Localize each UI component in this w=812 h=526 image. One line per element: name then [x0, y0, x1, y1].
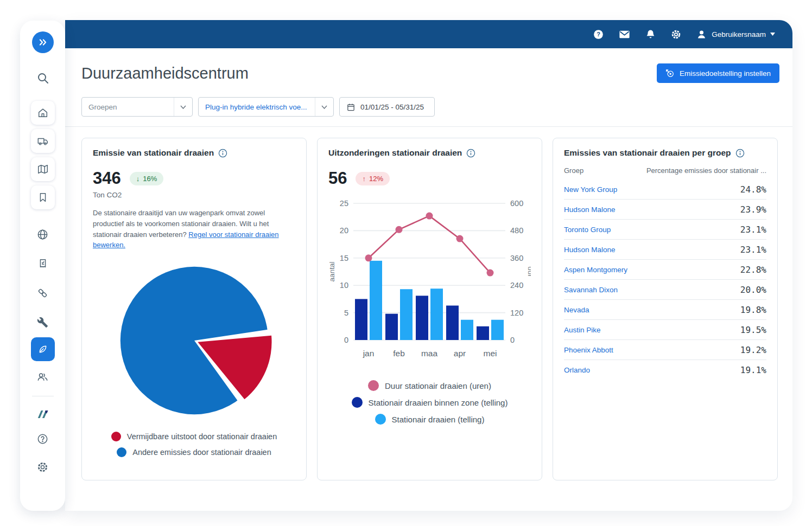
bar: [430, 288, 443, 340]
bar: [461, 320, 473, 340]
groups-select[interactable]: Groepen: [81, 97, 193, 117]
group-percentage: 22.8%: [740, 265, 766, 275]
group-link[interactable]: Aspen Montgomery: [564, 266, 627, 274]
topbar-user-menu[interactable]: Gebruikersnaam: [696, 29, 775, 40]
card-title: Emissies van stationair draaien per groe…: [564, 148, 731, 158]
sidebar-item-assets[interactable]: [31, 282, 55, 304]
exceptions-delta-badge: ↑12%: [356, 172, 390, 185]
table-row: Savannah Dixon20.0%: [564, 280, 766, 300]
table-row: Nevada19.8%: [564, 300, 766, 320]
sidebar-item-sustainability[interactable]: [31, 337, 55, 361]
group-link[interactable]: Orlando: [564, 366, 590, 374]
sidebar-item-drivers[interactable]: [31, 365, 55, 387]
svg-text:240: 240: [510, 281, 523, 290]
line-point: [396, 226, 403, 233]
card-title: Emissie van stationair draaien: [93, 148, 214, 158]
bar: [491, 320, 504, 340]
emission-delta-badge: ↓16%: [130, 172, 164, 185]
svg-text:25: 25: [340, 199, 348, 208]
arrow-up-icon: ↑: [362, 175, 366, 183]
group-link[interactable]: New York Group: [564, 185, 617, 194]
app-window: ? Gebruikersnaam Duurzaamheidscentrum: [65, 20, 792, 511]
group-link[interactable]: Savannah Dixon: [564, 286, 618, 294]
vehicle-type-select-value: Plug-in hybride elektrisch voe...: [199, 103, 314, 111]
topbar-notifications-button[interactable]: [645, 29, 656, 40]
table-row: Hudson Malone23.1%: [564, 240, 766, 260]
sidebar-item-bookmarks[interactable]: [31, 185, 55, 209]
info-icon[interactable]: [735, 149, 745, 158]
table-row: Toronto Group23.1%: [564, 220, 766, 240]
table-row: Phoenix Abbott19.2%: [564, 340, 766, 360]
topbar-settings-button[interactable]: [670, 29, 682, 40]
group-percentage: 19.1%: [740, 365, 766, 375]
group-link[interactable]: Hudson Malone: [564, 246, 616, 254]
sidebar-item-vehicles[interactable]: [31, 129, 55, 153]
wrench-icon: [37, 317, 48, 328]
sidebar-item-home[interactable]: [31, 101, 55, 125]
group-percentage: 20.0%: [740, 285, 766, 295]
gear-icon: [670, 29, 682, 40]
help-button[interactable]: [31, 428, 55, 450]
search-button[interactable]: [31, 67, 55, 89]
table-row: Hudson Malone23.9%: [564, 200, 766, 220]
table-header: Groep Percentage emissies door stationai…: [564, 166, 766, 179]
target-icon: [665, 69, 675, 78]
topbar-mail-button[interactable]: [618, 28, 631, 41]
sidebar-item-network[interactable]: [31, 223, 55, 245]
exceptions-value: 56: [328, 169, 347, 188]
sidebar: [20, 21, 65, 511]
group-link[interactable]: Nevada: [564, 306, 589, 314]
mail-icon: [618, 28, 631, 41]
emission-description: De stationaire draaitijd van uw wagenpar…: [93, 208, 295, 251]
truck-icon: [37, 135, 49, 147]
line-point: [426, 213, 433, 220]
info-icon[interactable]: [466, 149, 475, 158]
vehicle-type-select[interactable]: Plug-in hybride elektrisch voe...: [198, 97, 334, 117]
group-link[interactable]: Austin Pike: [564, 326, 601, 334]
legend-item: Vermijdbare uitstoot door stationair dra…: [93, 432, 295, 441]
table-row: Austin Pike19.5%: [564, 320, 766, 340]
group-percentage: 23.9%: [740, 204, 766, 215]
group-link[interactable]: Phoenix Abbott: [564, 346, 613, 354]
line-point: [365, 254, 372, 261]
topbar-help-button[interactable]: ?: [593, 29, 604, 40]
group-link[interactable]: Hudson Malone: [564, 206, 616, 214]
svg-text:0: 0: [344, 336, 348, 344]
table-row: Orlando19.1%: [564, 360, 766, 380]
expand-sidebar-button[interactable]: [32, 31, 54, 53]
bar: [385, 314, 398, 340]
group-percentage: 19.8%: [740, 305, 766, 315]
sidebar-item-map[interactable]: [31, 157, 55, 181]
card-title: Uitzonderingen stationair draaien: [328, 148, 462, 158]
bell-icon: [645, 29, 656, 40]
legend-dot-lightblue: [375, 414, 386, 425]
svg-text:120: 120: [510, 309, 523, 317]
samsara-logo-icon: [36, 407, 50, 421]
group-link[interactable]: Toronto Group: [564, 226, 611, 234]
sidebar-item-reports[interactable]: [31, 253, 55, 274]
emission-value: 346: [93, 169, 121, 188]
svg-text:maa: maa: [421, 349, 438, 358]
group-percentage: 23.1%: [740, 224, 766, 235]
pie-legend: Vermijdbare uitstoot door stationair dra…: [93, 432, 295, 457]
svg-text:0: 0: [510, 336, 515, 344]
samsara-logo: [36, 407, 50, 421]
users-icon: [36, 370, 49, 383]
svg-text:20: 20: [340, 226, 348, 235]
arrow-down-icon: ↓: [136, 175, 140, 183]
sidebar-item-maintenance[interactable]: [31, 311, 55, 333]
date-range-picker[interactable]: 01/01/25 - 05/31/25: [339, 97, 435, 117]
idling-exceptions-card: Uitzonderingen stationair draaien 56 ↑12…: [317, 138, 542, 480]
info-icon[interactable]: [218, 149, 227, 158]
settings-button[interactable]: [31, 456, 55, 478]
svg-text:480: 480: [510, 226, 523, 235]
bar: [477, 326, 489, 340]
group-percentage: 19.5%: [740, 325, 766, 335]
bar: [416, 296, 428, 340]
emission-unit: Ton CO2: [93, 191, 295, 199]
svg-text:5: 5: [344, 309, 348, 317]
gear-icon: [36, 461, 49, 473]
chevron-down-icon: [174, 98, 192, 116]
set-emission-goal-button[interactable]: Emissiedoelstelling instellen: [657, 63, 779, 83]
search-icon: [36, 72, 49, 85]
